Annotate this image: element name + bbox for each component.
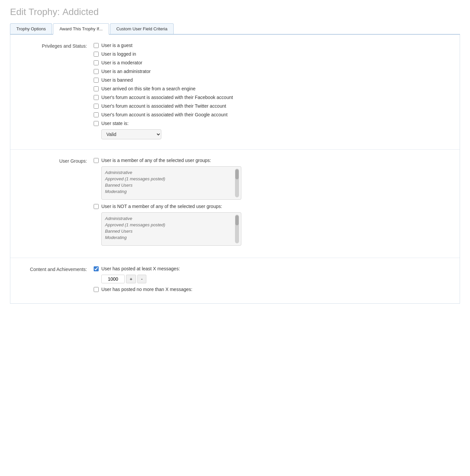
- checkbox-row-moderator: User is a moderator: [94, 60, 450, 65]
- cb-member-label: User is a member of any of the selected …: [101, 158, 211, 163]
- list-item: Moderating: [105, 234, 232, 241]
- list-item: Administrative: [105, 169, 232, 176]
- privileges-content: User is a guest User is logged in User i…: [94, 43, 450, 141]
- cb-not-member-label: User is NOT a member of any of the selec…: [101, 204, 222, 209]
- cb-state-label: User state is:: [101, 121, 129, 126]
- cb-moderator-label: User is a moderator: [101, 60, 142, 65]
- checkbox-row-member: User is a member of any of the selected …: [94, 158, 450, 163]
- cb-posted-max[interactable]: [94, 287, 99, 292]
- checkbox-row-google: User's forum account is associated with …: [94, 112, 450, 117]
- tab-trophy-options[interactable]: Trophy Options: [10, 23, 52, 34]
- cb-loggedin-label: User is logged in: [101, 51, 136, 57]
- stepper-plus-button[interactable]: +: [126, 275, 136, 283]
- state-select[interactable]: Valid Invalid Pending: [101, 129, 161, 139]
- cb-posted-min-label: User has posted at least X messages:: [101, 266, 180, 271]
- cb-banned[interactable]: [94, 78, 99, 83]
- cb-member[interactable]: [94, 158, 99, 163]
- cb-searchengine-label: User arrived on this site from a search …: [101, 86, 195, 91]
- checkbox-row-posted-min: User has posted at least X messages:: [94, 266, 450, 271]
- list-item: Moderating: [105, 188, 232, 195]
- content-label: Content and Achievements:: [20, 266, 94, 272]
- stepper-minus-button[interactable]: -: [137, 275, 146, 283]
- content-section: Content and Achievements: User has poste…: [10, 258, 460, 303]
- member-groups-listbox[interactable]: Administrative Approved (1 messages post…: [101, 166, 241, 200]
- tab-custom-criteria[interactable]: Custom User Field Criteria: [110, 23, 174, 34]
- cb-twitter[interactable]: [94, 104, 99, 109]
- cb-facebook-label: User's forum account is associated with …: [101, 95, 233, 100]
- checkbox-row-twitter: User's forum account is associated with …: [94, 103, 450, 109]
- cb-moderator[interactable]: [94, 60, 99, 65]
- list-item: Banned Users: [105, 182, 232, 188]
- cb-state[interactable]: [94, 121, 99, 126]
- list-item: Approved (1 messages posted): [105, 176, 232, 182]
- page-title: Edit Trophy: Addicted: [10, 7, 460, 17]
- content-content: User has posted at least X messages: + -…: [94, 266, 450, 295]
- posted-min-input[interactable]: [101, 275, 125, 283]
- checkbox-row-admin: User is an administrator: [94, 69, 450, 74]
- cb-twitter-label: User's forum account is associated with …: [101, 103, 226, 109]
- not-member-groups-listbox[interactable]: Administrative Approved (1 messages post…: [101, 212, 241, 246]
- checkbox-row-searchengine: User arrived on this site from a search …: [94, 86, 450, 91]
- tab-bar: Trophy Options Award This Trophy If... C…: [10, 23, 460, 35]
- usergroups-section: User Groups: User is a member of any of …: [10, 150, 460, 258]
- scrollbar-thumb: [235, 215, 239, 225]
- tab-award-if[interactable]: Award This Trophy If...: [53, 23, 109, 35]
- checkbox-row-facebook: User's forum account is associated with …: [94, 95, 450, 100]
- cb-loggedin[interactable]: [94, 52, 99, 57]
- checkbox-row-posted-max: User has posted no more than X messages:: [94, 287, 450, 292]
- cb-admin-label: User is an administrator: [101, 69, 151, 74]
- cb-not-member[interactable]: [94, 204, 99, 209]
- cb-searchengine[interactable]: [94, 86, 99, 91]
- cb-google-label: User's forum account is associated with …: [101, 112, 228, 117]
- cb-google[interactable]: [94, 112, 99, 117]
- cb-guest-label: User is a guest: [101, 43, 132, 48]
- checkbox-row-banned: User is banned: [94, 77, 450, 83]
- checkbox-row-loggedin: User is logged in: [94, 51, 450, 57]
- cb-facebook[interactable]: [94, 95, 99, 100]
- scrollbar[interactable]: [235, 215, 239, 243]
- cb-admin[interactable]: [94, 69, 99, 74]
- checkbox-row-not-member: User is NOT a member of any of the selec…: [94, 204, 450, 209]
- checkbox-row-guest: User is a guest: [94, 43, 450, 48]
- list-item: Approved (1 messages posted): [105, 222, 232, 228]
- privileges-section: Privileges and Status: User is a guest U…: [10, 35, 460, 150]
- scrollbar-thumb: [235, 169, 239, 179]
- usergroups-content: User is a member of any of the selected …: [94, 158, 450, 250]
- list-item: Banned Users: [105, 228, 232, 234]
- privileges-label: Privileges and Status:: [20, 43, 94, 49]
- list-item: Administrative: [105, 215, 232, 222]
- tab-content: Privileges and Status: User is a guest U…: [10, 35, 460, 304]
- cb-guest[interactable]: [94, 43, 99, 48]
- cb-posted-max-label: User has posted no more than X messages:: [101, 287, 192, 292]
- posted-min-input-row: + -: [101, 275, 450, 283]
- scrollbar[interactable]: [235, 169, 239, 197]
- checkbox-row-state: User state is:: [94, 121, 450, 126]
- usergroups-label: User Groups:: [20, 158, 94, 164]
- state-select-container: Valid Invalid Pending: [101, 129, 450, 139]
- cb-banned-label: User is banned: [101, 77, 133, 83]
- cb-posted-min[interactable]: [94, 266, 99, 271]
